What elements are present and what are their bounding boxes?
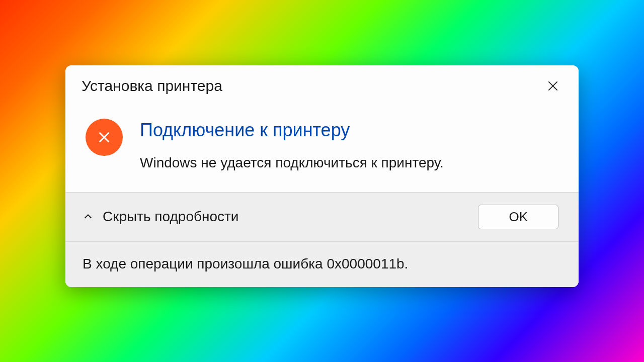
dialog-message: Windows не удается подключиться к принте… (140, 155, 558, 171)
details-area: В ходе операции произошла ошибка 0x00000… (65, 241, 579, 287)
content-text: Подключение к принтеру Windows не удаетс… (140, 117, 558, 171)
error-details-text: В ходе операции произошла ошибка 0x00000… (83, 256, 561, 272)
dialog-title: Установка принтера (82, 77, 222, 95)
close-button[interactable] (541, 74, 565, 98)
content-area: Подключение к принтеру Windows не удаетс… (65, 103, 579, 192)
titlebar: Установка принтера (65, 65, 579, 103)
error-dialog: Установка принтера Подключение к принтер… (65, 65, 579, 287)
ok-button[interactable]: OK (478, 205, 558, 229)
error-icon (86, 119, 123, 156)
footer-area: Скрыть подробности OK (65, 192, 579, 241)
details-toggle[interactable]: Скрыть подробности (83, 209, 239, 225)
details-toggle-label: Скрыть подробности (103, 209, 239, 225)
close-icon (546, 79, 559, 93)
chevron-up-icon (83, 211, 94, 222)
dialog-heading: Подключение к принтеру (140, 120, 558, 141)
